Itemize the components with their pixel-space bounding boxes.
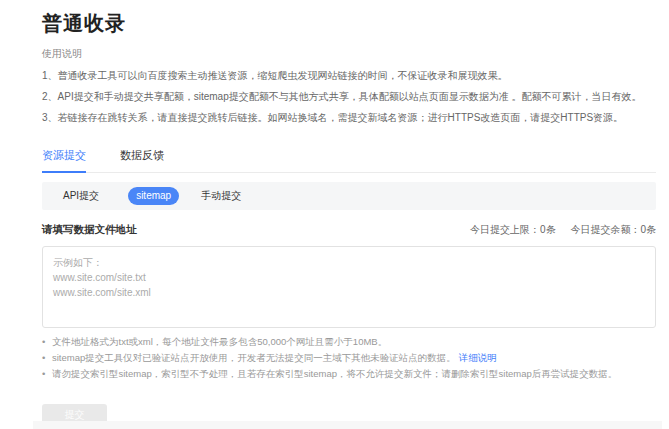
tab-resource-submit[interactable]: 资源提交 bbox=[42, 148, 86, 173]
sitemap-url-input[interactable] bbox=[42, 246, 656, 328]
detail-link[interactable]: 详细说明 bbox=[459, 352, 497, 363]
submit-method-switcher: API提交 sitemap 手动提交 bbox=[42, 182, 656, 210]
instruction-line-2: 2、API提交和手动提交共享配额，sitemap提交配额不与其他方式共享，具体配… bbox=[42, 90, 656, 103]
footer-strip bbox=[33, 421, 662, 429]
instruction-line-3: 3、若链接存在跳转关系，请直接提交跳转后链接。如网站换域名，需提交新域名资源；进… bbox=[42, 111, 656, 124]
subtab-api-submit[interactable]: API提交 bbox=[63, 189, 99, 203]
quota-limit-label: 今日提交上限： bbox=[470, 224, 540, 235]
note-verified-sites: sitemap提交工具仅对已验证站点开放使用，开发者无法提交同一主域下其他未验证… bbox=[42, 352, 656, 364]
quota-remain-value: 0条 bbox=[640, 224, 656, 235]
quota-remain: 今日提交余额：0条 bbox=[570, 224, 656, 235]
note-text: 请勿提交索引型sitemap，索引型不予处理，且若存在索引型sitemap，将不… bbox=[52, 368, 617, 379]
normal-inclusion-page: 普通收录 使用说明 1、普通收录工具可以向百度搜索主动推送资源，缩短爬虫发现网站… bbox=[0, 0, 669, 429]
main-tabs: 资源提交 数据反馈 bbox=[42, 148, 656, 173]
file-address-row: 请填写数据文件地址 今日提交上限：0条 今日提交余额：0条 bbox=[42, 223, 656, 237]
subtab-sitemap[interactable]: sitemap bbox=[128, 187, 179, 205]
usage-notes-heading: 使用说明 bbox=[42, 47, 656, 61]
instruction-line-1: 1、普通收录工具可以向百度搜索主动推送资源，缩短爬虫发现网站链接的时间，不保证收… bbox=[42, 69, 656, 82]
quota-remain-label: 今日提交余额： bbox=[570, 224, 640, 235]
subtab-manual-submit[interactable]: 手动提交 bbox=[201, 189, 241, 203]
quota-limit: 今日提交上限：0条 bbox=[470, 224, 556, 235]
tab-data-feedback[interactable]: 数据反馈 bbox=[120, 148, 164, 173]
quota-info: 今日提交上限：0条 今日提交余额：0条 bbox=[470, 223, 656, 237]
file-address-label: 请填写数据文件地址 bbox=[42, 223, 137, 237]
note-text: 文件地址格式为txt或xml，每个地址文件最多包含50,000个网址且需小于10… bbox=[52, 336, 387, 347]
quota-limit-value: 0条 bbox=[540, 224, 556, 235]
note-file-format: 文件地址格式为txt或xml，每个地址文件最多包含50,000个网址且需小于10… bbox=[42, 336, 656, 348]
footnotes: 文件地址格式为txt或xml，每个地址文件最多包含50,000个网址且需小于10… bbox=[42, 336, 656, 380]
note-index-sitemap: 请勿提交索引型sitemap，索引型不予处理，且若存在索引型sitemap，将不… bbox=[42, 368, 656, 380]
note-text: sitemap提交工具仅对已验证站点开放使用，开发者无法提交同一主域下其他未验证… bbox=[52, 352, 456, 363]
page-title: 普通收录 bbox=[42, 12, 656, 35]
